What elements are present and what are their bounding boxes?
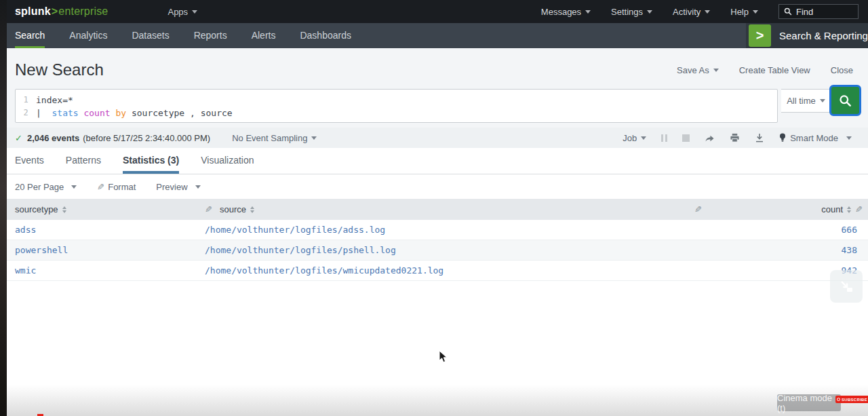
tab-events[interactable]: Events <box>15 148 44 174</box>
chevron-down-icon <box>713 69 719 72</box>
splunk-search-page: splunk > enterprise Apps Messages Settin… <box>0 0 868 416</box>
sort-icon <box>250 206 254 213</box>
count-header-label: count <box>821 204 843 214</box>
nav-tab-datasets[interactable]: Datasets <box>132 23 169 48</box>
job-menu[interactable]: Job <box>623 133 646 143</box>
activity-menu-label: Activity <box>673 7 701 17</box>
nav-tab-search[interactable]: Search <box>15 23 45 48</box>
share-job-icon[interactable] <box>705 134 715 143</box>
header-actions: Save As Create Table View Close <box>677 65 853 75</box>
nav-tab-search-label: Search <box>15 30 45 41</box>
nav-tab-analytics-label: Analytics <box>69 30 107 41</box>
format-button[interactable]: ✎ Format <box>97 182 136 192</box>
per-page-menu[interactable]: 20 Per Page <box>15 182 77 192</box>
cell-sourcetype[interactable]: wmic <box>0 265 205 276</box>
help-menu[interactable]: Help <box>730 7 758 17</box>
find-search-box[interactable] <box>778 4 859 19</box>
chevron-down-icon <box>71 185 77 189</box>
event-count[interactable]: 2,046 events <box>27 133 79 143</box>
settings-menu-label: Settings <box>611 7 643 17</box>
chevron-down-icon <box>192 10 197 14</box>
table-header-row: sourcetype ✎ source ✎ count ✎ <box>0 199 868 220</box>
column-header-count[interactable]: count ✎ <box>715 204 868 214</box>
miniplayer-icon <box>830 270 863 303</box>
search-icon <box>839 94 852 107</box>
edit-column-sourcetype[interactable]: ✎ <box>205 204 220 214</box>
tab-statistics[interactable]: Statistics (3) <box>123 148 179 174</box>
title-row: New Search Save As Create Table View Clo… <box>15 60 853 79</box>
statistics-table: sourcetype ✎ source ✎ count ✎ adss /home… <box>0 199 868 281</box>
chevron-down-icon <box>585 10 591 14</box>
app-nav-tabs: Search Analytics Datasets Reports Alerts… <box>0 23 351 48</box>
find-input[interactable] <box>796 7 850 17</box>
close-label: Close <box>831 65 853 75</box>
column-header-sourcetype[interactable]: sourcetype <box>0 204 205 214</box>
stop-job-icon[interactable] <box>682 134 690 142</box>
time-range-label: All time <box>787 96 816 106</box>
tab-patterns[interactable]: Patterns <box>66 148 101 174</box>
spl-field-source: source <box>195 108 233 118</box>
save-as-button[interactable]: Save As <box>677 65 719 75</box>
splunk-logo[interactable]: splunk > enterprise <box>15 5 108 18</box>
event-count-detail: (before 5/17/25 2:34:40.000 PM) <box>83 133 210 143</box>
source-header-label: source <box>220 204 246 214</box>
pencil-icon: ✎ <box>855 204 863 214</box>
cell-count[interactable]: 666 <box>715 225 868 235</box>
pencil-icon: ✎ <box>694 204 702 214</box>
chevron-down-icon <box>753 10 758 14</box>
job-done-check-icon: ✓ <box>15 133 22 143</box>
lightbulb-icon <box>779 133 786 143</box>
subscribe-button[interactable]: SUBSCRIBE <box>835 396 868 403</box>
bell-icon <box>837 398 840 401</box>
nav-tab-alerts[interactable]: Alerts <box>252 23 276 48</box>
cell-sourcetype[interactable]: adss <box>0 225 205 235</box>
table-row: adss /home/volthunter/logfiles/adss.log … <box>0 220 868 240</box>
edit-column-source[interactable]: ✎ <box>694 204 715 214</box>
line-number: 2 <box>16 107 36 119</box>
nav-tab-reports-label: Reports <box>194 30 227 41</box>
query-text-line2: | stats count by sourcetype , source <box>36 107 233 119</box>
cell-source[interactable]: /home/volthunter/logfiles/adss.log <box>205 225 715 235</box>
print-icon[interactable] <box>730 133 740 143</box>
pencil-icon: ✎ <box>205 204 212 214</box>
chevron-down-icon <box>641 136 646 140</box>
current-app-context[interactable]: > Search & Reporting <box>746 23 868 48</box>
tab-visualization-label: Visualization <box>201 155 254 166</box>
sourcetype-header-label: sourcetype <box>15 204 58 214</box>
pause-job-icon[interactable] <box>661 134 667 142</box>
results-tab-bar: Events Patterns Statistics (3) Visualiza… <box>0 148 868 174</box>
cell-source[interactable]: /home/volthunter/logfiles/wmicupdated022… <box>205 265 715 276</box>
event-sampling-menu[interactable]: No Event Sampling <box>232 133 317 143</box>
nav-tab-reports[interactable]: Reports <box>194 23 227 48</box>
tab-visualization[interactable]: Visualization <box>201 148 254 174</box>
nav-tab-dashboards[interactable]: Dashboards <box>300 23 351 48</box>
chevron-down-icon <box>846 136 852 140</box>
cell-source[interactable]: /home/volthunter/logfiles/pshell.log <box>205 245 715 255</box>
messages-menu[interactable]: Messages <box>541 7 591 17</box>
settings-menu[interactable]: Settings <box>611 7 652 17</box>
cell-count[interactable]: 438 <box>715 245 868 255</box>
help-menu-label: Help <box>730 7 749 17</box>
search-mode-menu[interactable]: Smart Mode <box>779 133 852 143</box>
cell-sourcetype[interactable]: powershell <box>0 245 205 255</box>
chevron-down-icon <box>647 10 652 14</box>
run-search-button[interactable] <box>829 85 861 116</box>
chevron-down-icon <box>820 99 825 102</box>
column-header-source[interactable]: source <box>220 204 694 214</box>
nav-tab-alerts-label: Alerts <box>252 30 276 41</box>
apps-menu[interactable]: Apps <box>167 7 197 17</box>
search-mode-label: Smart Mode <box>790 133 838 143</box>
export-download-icon[interactable] <box>755 133 764 143</box>
chevron-down-icon <box>705 10 710 14</box>
create-table-view-button[interactable]: Create Table View <box>739 65 810 75</box>
job-controls: Job Smart Mode <box>623 133 852 143</box>
preview-menu[interactable]: Preview <box>156 182 200 192</box>
cinema-mode-label: Cinema mode (t) <box>777 393 841 413</box>
search-query-input[interactable]: 1 index=* 2 | stats count by sourcetype … <box>15 89 778 123</box>
time-range-picker[interactable]: All time <box>781 89 831 113</box>
activity-menu[interactable]: Activity <box>673 7 710 17</box>
nav-tab-analytics[interactable]: Analytics <box>69 23 107 48</box>
job-menu-label: Job <box>623 133 637 143</box>
close-button[interactable]: Close <box>831 65 853 75</box>
nav-tab-datasets-label: Datasets <box>132 30 169 41</box>
